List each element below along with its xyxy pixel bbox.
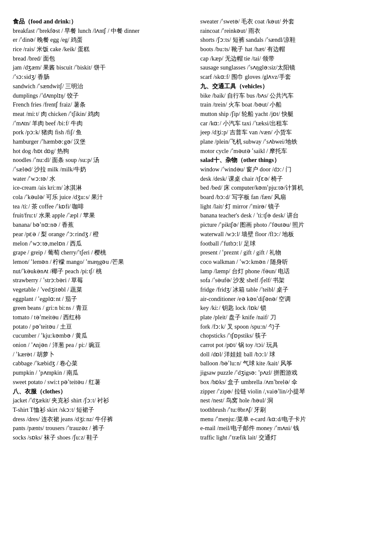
text-line: water /ˈwɔːtə/ 水 [13,174,192,184]
text-line: strawberry / ˈstrɔːbəri / 草莓 [13,276,192,285]
text-line: present / ˈpreznt / gift / gift / 礼物 [200,248,379,257]
text-line: light /lait/ 灯 mirror /ˈmirə/ 镜子 [200,202,379,211]
text-line: hot dog /hɒt dɒg/ 热狗 [13,147,192,156]
text-line: jam /dʒæm/ 果酱 biscuit /ˈbiskit/ 饼干 [13,63,192,72]
text-line: jigsaw puzzle /ˈdʒigsə: ˈpʌzl/ 拼图游戏 [200,368,379,378]
text-line: rice /rais/ 米饭 cake /keik/ 蛋糕 [13,45,192,54]
left-column: 食品（food and drink:）breakfast /ˈbrekfəst … [13,17,196,442]
text-line: /ˈsæləd/ 沙拉 milk /milk/牛奶 [13,165,192,174]
text-line: window /ˈwindəu/ 窗户 door /dɔː/ 门 [200,165,379,174]
text-line: banana teacher's desk / ˈtiːtʃə desk/ 讲台 [200,211,379,220]
text-line: /ˈmʌtn/ 羊肉 beef /biːf/ 牛肉 [13,119,192,128]
text-line: menu /ˈmenjuː/菜单 e-card /kɑːd/电子卡片 [200,415,379,424]
text-line: nut/ˈkəukənʌt /椰子 peach /piːtʃ/ 桃 [13,267,192,276]
text-line: hamburger /ˈhæmbəːgə/ 汉堡 [13,137,192,147]
text-line: potato / pəˈteitəu / 土豆 [13,322,192,332]
text-line: scarf /skɑːf/ 围巾 gloves /glʌvz/手套 [200,72,379,82]
text-line: traffic light /ˈtræfik lait/ 交通灯 [200,433,379,442]
text-line: toothbrush /ˈtuːθbrʌʃ/ 牙刷 [200,405,379,415]
text-line: onion / ˈʌnjən / 洋葱 pea / piː/ 豌豆 [13,341,192,350]
text-line: bed /bed/ 床 computer/kəmˈpjuːtə/计算机 [200,183,379,193]
text-line: jacket /ˈdʒækit/ 夹克衫 shirt /ʃɔːt/ 衬衫 [13,396,192,405]
text-line: melon /ˈwɔːtə,melɒn / 西瓜 [13,239,192,249]
text-line: sofa /ˈsəufə/ 沙发 shelf /ʃelf/ 书架 [200,276,379,285]
text-line: 九、交通工具（vehicles） [200,82,379,91]
text-line: waterwall /wɔːl/ 墙壁 floor /flɔː/ 地板 [200,230,379,239]
text-line: ice-cream /ais kriːm/ 冰淇淋 [13,183,192,193]
text-line: French fries /frentʃ fraiz/ 薯条 [13,100,192,110]
text-line: lamp /læmp/ 台灯 phone /fəun/ 电话 [200,267,379,276]
text-line: mutton ship /ʃip/ 轮船 yacht /jɒt/ 快艇 [200,110,379,119]
text-line: cucumber / ˈkjuːkəmbə / 黄瓜 [13,331,192,341]
text-line: pumpkin / ˈpʌmpkin / 南瓜 [13,368,192,378]
text-line: green beans / griːn biːns / 青豆 [13,304,192,313]
text-line: plane /plein/飞机 subway /ˈsʌbwei/地铁 [200,137,379,147]
text-line: tomato / təˈmeitəu / 西红柿 [13,313,192,322]
text-line: cabbage /ˈkæbidʒ / 卷心菜 [13,359,192,368]
text-line: zipper /ˈzipə/ 拉链 violin /ˌvaiəˈlin/小提琴 [200,387,379,396]
text-line: pork /pɔːk/ 猪肉 fish /fiʃ/ 鱼 [13,128,192,137]
text-line: /ˈsɔːsidʒ/ 香肠 [13,72,192,82]
text-line: noodles /ˈnuːdl/ 面条 soup /suːp/ 汤 [13,156,192,165]
text-line: / ˈkærət / 胡萝卜 [13,350,192,359]
text-line: motor cycle /ˈməutə ˈsaikl / 摩托车 [200,147,379,156]
text-line: 食品（food and drink:） [13,17,192,26]
text-line: breakfast /ˈbrekfəst / 早餐 lunch /lʌntʃ /… [13,26,192,36]
text-line: pants /pænts/ trousers /ˈtrauzəz / 裤子 [13,424,192,433]
text-line: cola /ˈkəulə/ 可乐 juice /dʒuːs/ 果汁 [13,193,192,202]
text-line: chopsticks /ˈtʃɒpstiks/ 筷子 [200,331,379,341]
text-line: dress /dres/ 连衣裙 jeans /dʒiːnz/ 牛仔裤 [13,415,192,424]
text-line: sausage sunglasses /ˈsʌŋglə:siz/太阳镜 [200,63,379,72]
text-line: 八、衣服（clothes） [13,387,192,396]
text-line: coco walkman / ˈwɔːkmən / 随身听 [200,257,379,267]
text-line: sweet potato / swiːt pəˈteitəu / 红薯 [13,378,192,387]
text-line: bike /baik/ 自行车 bus /bʌs/ 公共汽车 [200,91,379,101]
text-line: dumplings /ˈdʌmplɪŋ/ 饺子 [13,91,192,101]
text-line: fridge /fridʒ/ 冰箱 table /ˈteibl/ 桌子 [200,285,379,295]
text-line: boots /buːts/ 靴子 hat /hæt/ 有边帽 [200,45,379,54]
text-line: balloon /bəˈluːn/ 气球 kite /kait/ 风筝 [200,359,379,368]
text-line: football /ˈfutbɔːl/ 足球 [200,239,379,249]
text-line: cap /kæp/ 无边帽 tie /tai/ 领带 [200,54,379,64]
text-line: plate /pleit/ 盘子 knife /naif/ 刀 [200,313,379,322]
text-line: box /bɒks/ 盒子 umbrella /ʌmˈbrelə/ 伞 [200,378,379,387]
text-line: raincoat /ˈreinkəut/ 雨衣 [200,26,379,36]
text-line: doll /dɒl/ 洋娃娃 ball /bɔːl/ 球 [200,350,379,359]
text-line: T-shirt T恤衫 skirt /skɔːt/ 短裙子 [13,405,192,415]
text-line: nest /nest/ 鸟窝 hole /həul/ 洞 [200,396,379,405]
text-line: vegetable / ˈvedʒitəbl / 蔬菜 [13,285,192,295]
text-line: salad十、杂物（other things） [200,156,379,165]
text-line: banana/ bəˈnɑːnə / 香蕉 [13,220,192,230]
text-line: pear /pɛə / 梨 orange /ˈɔːrindʒ / 橙 [13,230,192,239]
text-line: tea /tiː/ 茶 coffee /ˈkɒfi/ 咖啡 [13,202,192,211]
text-line: jeep /dʒiːp/ 吉普车 van /væn/ 小货车 [200,128,379,137]
text-line: bread /bred/ 面包 [13,54,192,64]
text-line: socks /sɒks/ 袜子 shoes /ʃuːz/ 鞋子 [13,433,192,442]
page: 食品（food and drink:）breakfast /ˈbrekfəst … [13,17,379,442]
text-line: grape / greip / 葡萄 cherry/ˈtʃeri / 樱桃 [13,248,192,257]
text-line: board /bɔːd/ 写字板 fan /fæn/ 风扇 [200,193,379,202]
text-line: eggplant / ˈegplɑːnt / 茄子 [13,295,192,304]
text-line: train /trein/ 火车 boat /bəut/ 小船 [200,100,379,110]
text-line: shorts /ʃɔːts/ 短裤 sandals /ˈsændl/凉鞋 [200,35,379,45]
text-line: key /kiː/ 钥匙 lock /lɒk/ 锁 [200,304,379,313]
text-line: er /ˈdinə/ 晚餐 egg /eg/ 鸡蛋 [13,35,192,45]
text-line: car /kɑː/ 小汽车 taxi /ˈtæksi/出租车 [200,119,379,128]
text-line: picture /ˈpiktʃə/ 图画 photo /ˈfəutəu/ 照片 [200,220,379,230]
text-line: sandwich /ˈsændwitʃ/ 三明治 [13,82,192,91]
text-line: lemon/ ˈlemən / 柠檬 mango/ ˈmæŋgəu /芒果 [13,257,192,267]
text-line: air-conditioner /eə kənˈdiʃənə/ 空调 [200,295,379,304]
text-line: carrot pot /pɒt/ 锅 toy /tɔi/ 玩具 [200,341,379,350]
text-line: desk /desk/ 课桌 chair /tʃɛə/ 椅子 [200,174,379,184]
text-line: e-mail /meil/电子邮件 money /ˈmʌni/ 钱 [200,424,379,433]
text-line: fork /fɔːk/ 叉 spoon /spuːn/ 勺子 [200,322,379,332]
text-line: meat /miːt/ 肉 chicken /ˈtʃikin/ 鸡肉 [13,110,192,119]
text-line: sweater /ˈswetə/ 毛衣 coat /kəut/ 外套 [200,17,379,26]
text-line: fruit/fruːt/ 水果 apple /ˈæpl / 苹果 [13,211,192,220]
right-column: sweater /ˈswetə/ 毛衣 coat /kəut/ 外套rainco… [196,17,379,442]
